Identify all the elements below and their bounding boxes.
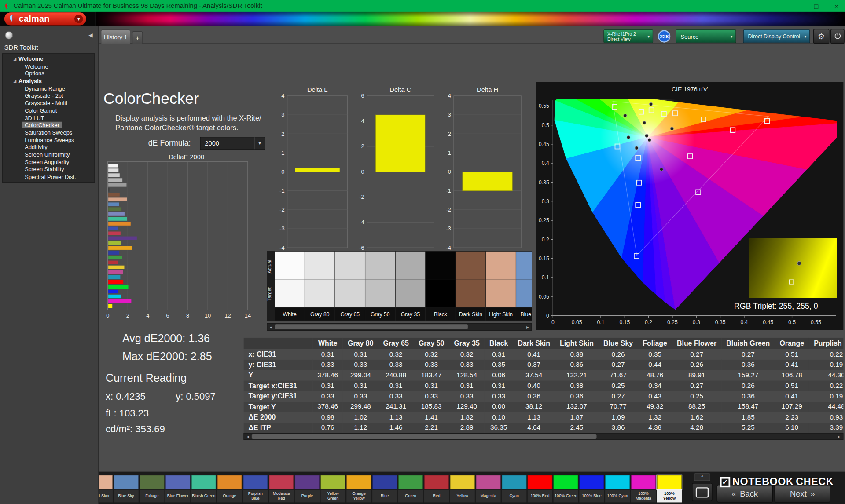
patch-button-foliage[interactable]: Foliage bbox=[140, 475, 164, 502]
scrollbar-thumb[interactable] bbox=[252, 434, 597, 439]
minimize-button[interactable]: – bbox=[794, 2, 798, 10]
back-button[interactable]: « Back bbox=[717, 485, 773, 502]
patch-button-blue-flower[interactable]: Blue Flower bbox=[165, 475, 190, 502]
patch-button-purple[interactable]: Purple bbox=[295, 475, 320, 502]
patch-color bbox=[554, 475, 578, 489]
pin-button[interactable] bbox=[5, 31, 13, 39]
tab-history-1[interactable]: History 1 bbox=[101, 29, 130, 44]
svg-text:0.4: 0.4 bbox=[542, 160, 549, 166]
add-tab-button[interactable]: + bbox=[132, 31, 143, 44]
patch-label: Blue bbox=[372, 490, 397, 502]
chevron-down-icon: ▼ bbox=[74, 15, 83, 23]
sidebar-item-welcome[interactable]: Welcome bbox=[3, 63, 94, 70]
results-table-wrap: WhiteGray 80Gray 65Gray 50Gray 35BlackDa… bbox=[243, 338, 843, 433]
patch-color bbox=[217, 475, 242, 489]
sidebar-item-color-gamut[interactable]: Color Gamut bbox=[3, 107, 94, 114]
sidebar-section-welcome[interactable]: ◢Welcome bbox=[3, 55, 94, 63]
svg-text:4: 4 bbox=[448, 92, 451, 99]
sidebar-item-colorchecker[interactable]: ColorChecker bbox=[3, 122, 94, 129]
sidebar-item-grayscale-multi[interactable]: Grayscale - Multi bbox=[3, 100, 94, 107]
patch-button-100-magenta[interactable]: 100% Magenta bbox=[631, 475, 656, 502]
patch-button-orange-yellow[interactable]: Orange Yellow bbox=[346, 475, 371, 502]
scroll-right-icon[interactable]: ► bbox=[835, 434, 843, 439]
maximize-button[interactable]: □ bbox=[814, 2, 819, 10]
patch-label: 100% Magenta bbox=[631, 490, 656, 502]
tree-expanded-icon: ◢ bbox=[14, 77, 17, 85]
table-scrollbar[interactable]: ◄ ► bbox=[243, 433, 843, 440]
sidebar-item-screen-uniformity[interactable]: Screen Uniformity bbox=[3, 151, 94, 159]
patch-label: Purple bbox=[295, 490, 320, 502]
expand-patches-button[interactable]: ^ bbox=[694, 473, 710, 481]
patch-button-blue[interactable]: Blue bbox=[372, 475, 397, 502]
strip-scrollbar[interactable]: ◄ ► bbox=[267, 323, 532, 331]
next-button[interactable]: Next » bbox=[775, 485, 830, 502]
svg-text:2: 2 bbox=[126, 312, 129, 319]
patch-button-yellow-green[interactable]: Yellow Green bbox=[321, 475, 345, 502]
chevron-down-icon: ▼ bbox=[730, 34, 733, 38]
patch-color bbox=[243, 475, 268, 489]
sidebar-item-grayscale-2pt[interactable]: Grayscale - 2pt bbox=[3, 92, 94, 100]
patch-button-moderate-red[interactable]: Moderate Red bbox=[269, 475, 294, 502]
meter-dropdown[interactable]: X-Rite i1Pro 2 Direct View ▼ bbox=[603, 29, 653, 43]
calman-menu-button[interactable]: calman ▼ bbox=[4, 12, 86, 25]
scroll-left-icon[interactable]: ◄ bbox=[267, 324, 275, 330]
sidebar-item-options[interactable]: Options bbox=[3, 70, 94, 78]
svg-text:CIE 1976 u'v': CIE 1976 u'v' bbox=[672, 86, 708, 93]
patch-button-100-blue[interactable]: 100% Blue bbox=[579, 475, 604, 502]
swatch-label: Blue Sky bbox=[516, 307, 532, 320]
swatch-label: Dark Skin bbox=[456, 307, 485, 320]
patch-button-100-yellow[interactable]: 100% Yellow bbox=[657, 475, 682, 502]
patch-button-magenta[interactable]: Magenta bbox=[476, 475, 500, 502]
patch-label: Purplish Blue bbox=[243, 490, 268, 502]
sidebar-item-luminance-sweeps[interactable]: Luminance Sweeps bbox=[3, 136, 94, 144]
swatch-label: White bbox=[275, 307, 304, 320]
patch-label: Orange bbox=[217, 490, 242, 502]
de-formula-select[interactable]: 2000 ▼ bbox=[200, 137, 265, 150]
patch-button-blue-sky[interactable]: Blue Sky bbox=[114, 475, 138, 502]
sidebar-item-saturation-sweeps[interactable]: Saturation Sweeps bbox=[3, 129, 94, 137]
patch-button-bluish-green[interactable]: Bluish Green bbox=[191, 475, 216, 502]
patch-button-orange[interactable]: Orange bbox=[217, 475, 242, 502]
row-label: Target Y bbox=[243, 402, 312, 412]
patch-button-100-cyan[interactable]: 100% Cyan bbox=[605, 475, 630, 502]
column-header-gray-35: Gray 35 bbox=[449, 338, 484, 349]
sidebar-item-spectral-power-dist[interactable]: Spectral Power Dist. bbox=[3, 173, 94, 181]
row-label: Y bbox=[243, 370, 312, 380]
patch-button-light-skin[interactable]: Light Skin bbox=[99, 475, 113, 502]
sidebar-item-additivity[interactable]: Additivity bbox=[3, 144, 94, 151]
scroll-left-icon[interactable]: ◄ bbox=[244, 434, 252, 439]
patch-button-cyan[interactable]: Cyan bbox=[502, 475, 526, 502]
reading-cdm2: cd/m²: 353.69 bbox=[106, 424, 165, 435]
table-row-e-2000: ΔE 20000.981.021.131.411.820.101.131.871… bbox=[243, 412, 843, 423]
settings-button[interactable]: ⚙ bbox=[813, 29, 830, 44]
source-dropdown[interactable]: Source ▼ bbox=[676, 29, 736, 43]
table-row-target-y: Target Y378.46299.48241.31185.83129.400.… bbox=[243, 402, 843, 412]
max-de2000: Max dE2000: 2.85 bbox=[122, 350, 212, 363]
display-control-dropdown[interactable]: Direct Display Control ▼ bbox=[743, 29, 810, 43]
patch-label: 100% Blue bbox=[579, 490, 604, 502]
patch-label: 100% Yellow bbox=[657, 490, 682, 502]
patch-button-yellow[interactable]: Yellow bbox=[450, 475, 474, 502]
patch-button-100-red[interactable]: 100% Red bbox=[528, 475, 552, 502]
power-button[interactable] bbox=[830, 29, 845, 44]
actual-row-label: Actual bbox=[267, 255, 273, 278]
collapse-sidebar-icon[interactable]: ◀ bbox=[88, 32, 92, 38]
close-button[interactable]: × bbox=[834, 2, 838, 10]
sidebar-section-analysis[interactable]: ◢Analysis bbox=[3, 77, 94, 85]
patch-button-100-green[interactable]: 100% Green bbox=[554, 475, 578, 502]
patch-button-green[interactable]: Green bbox=[398, 475, 423, 502]
patch-button-purplish-blue[interactable]: Purplish Blue bbox=[243, 475, 268, 502]
patch-button-red[interactable]: Red bbox=[424, 475, 449, 502]
sidebar-item-screen-stability[interactable]: Screen Stability bbox=[3, 166, 94, 174]
sidebar-item-screen-angularity[interactable]: Screen Angularity bbox=[3, 159, 94, 166]
svg-text:-2: -2 bbox=[279, 206, 284, 213]
row-label: ΔE ITP bbox=[243, 423, 312, 433]
scroll-right-icon[interactable]: ► bbox=[524, 324, 531, 330]
svg-text:0.5: 0.5 bbox=[788, 319, 796, 325]
sidebar-item-dynamic-range[interactable]: Dynamic Range bbox=[3, 85, 94, 92]
patch-color bbox=[528, 475, 552, 489]
pattern-window-button[interactable] bbox=[692, 483, 713, 501]
scrollbar-thumb[interactable] bbox=[275, 324, 467, 329]
calman-flame-icon bbox=[7, 14, 15, 24]
sidebar-item-3d-lut[interactable]: 3D LUT bbox=[3, 114, 94, 122]
